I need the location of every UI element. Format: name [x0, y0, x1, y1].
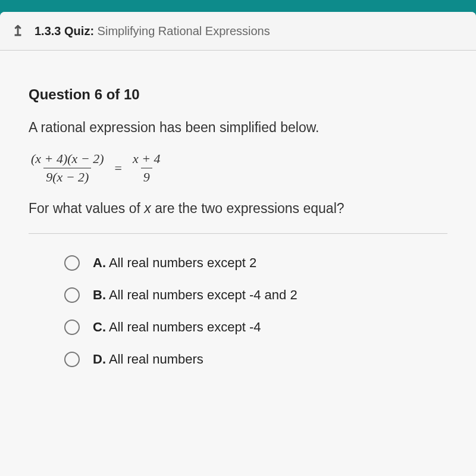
option-label: All real numbers except -4 [109, 320, 261, 334]
left-denominator: 9(x − 2) [43, 168, 91, 185]
option-label: All real numbers [109, 352, 203, 367]
option-text: A. All real numbers except 2 [93, 255, 256, 271]
option-letter: B. [93, 287, 106, 302]
radio-icon[interactable] [64, 287, 80, 303]
followup-pre: For what values of [29, 201, 144, 216]
option-d[interactable]: D. All real numbers [64, 352, 447, 367]
question-content: Question 6 of 10 A rational expression h… [0, 51, 476, 476]
option-letter: C. [93, 320, 106, 334]
option-a[interactable]: A. All real numbers except 2 [64, 255, 447, 271]
quiz-header: ↥ 1.3.3 Quiz: Simplifying Rational Expre… [0, 12, 476, 51]
right-denominator: 9 [141, 168, 152, 185]
question-prompt: A rational expression has been simplifie… [29, 120, 447, 136]
fraction-left: (x + 4)(x − 2) 9(x − 2) [29, 151, 107, 185]
followup-post: are the two expressions equal? [151, 201, 345, 216]
question-followup: For what values of x are the two express… [29, 201, 447, 217]
fraction-right: x + 4 9 [130, 151, 163, 185]
left-numerator: (x + 4)(x − 2) [29, 151, 107, 168]
option-text: B. All real numbers except -4 and 2 [93, 287, 298, 303]
equals-sign: = [111, 161, 126, 176]
question-progress: Question 6 of 10 [29, 86, 447, 103]
option-text: C. All real numbers except -4 [93, 320, 261, 335]
option-c[interactable]: C. All real numbers except -4 [64, 320, 447, 335]
quiz-label: Quiz: [64, 24, 94, 37]
option-b[interactable]: B. All real numbers except -4 and 2 [64, 287, 447, 303]
option-label: All real numbers except -4 and 2 [109, 287, 298, 302]
option-letter: D. [93, 352, 106, 367]
answer-options: A. All real numbers except 2 B. All real… [29, 255, 447, 367]
quiz-title: Simplifying Rational Expressions [98, 24, 270, 37]
option-label: All real numbers except 2 [109, 255, 256, 270]
back-arrow-icon[interactable]: ↥ [12, 23, 24, 39]
option-text: D. All real numbers [93, 352, 203, 367]
right-numerator: x + 4 [130, 151, 163, 168]
divider [29, 233, 447, 234]
option-letter: A. [93, 255, 106, 270]
radio-icon[interactable] [64, 255, 80, 271]
quiz-screen: ↥ 1.3.3 Quiz: Simplifying Rational Expre… [0, 12, 476, 476]
radio-icon[interactable] [64, 352, 80, 367]
breadcrumb: 1.3.3 Quiz: Simplifying Rational Express… [35, 24, 270, 38]
radio-icon[interactable] [64, 320, 80, 335]
equation-display: (x + 4)(x − 2) 9(x − 2) = x + 4 9 [29, 151, 447, 185]
followup-variable: x [144, 201, 151, 216]
section-number: 1.3.3 [35, 24, 61, 37]
